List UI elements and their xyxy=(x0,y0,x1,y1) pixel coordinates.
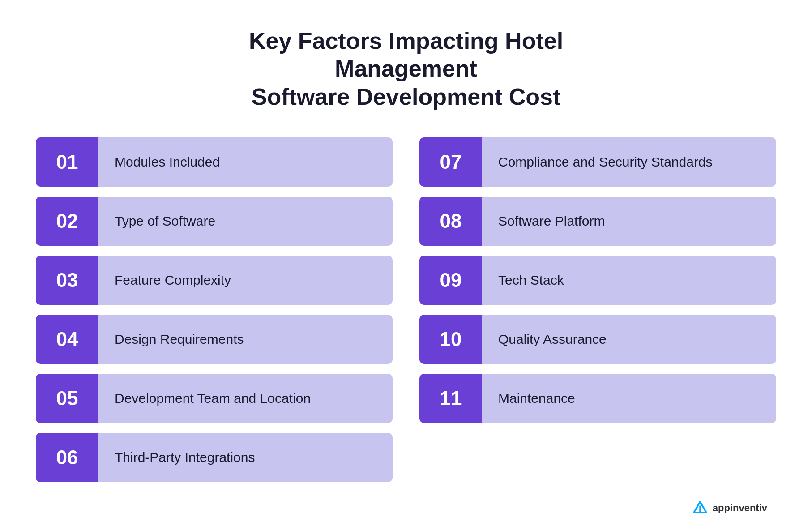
item-number: 09 xyxy=(419,256,482,305)
item-label: Compliance and Security Standards xyxy=(482,137,776,187)
page-title: Key Factors Impacting Hotel Management S… xyxy=(205,27,607,111)
list-item: 01Modules Included xyxy=(36,137,393,187)
item-number: 07 xyxy=(419,137,482,187)
item-label: Feature Complexity xyxy=(98,256,393,305)
item-number: 02 xyxy=(36,197,98,246)
item-label: Type of Software xyxy=(98,197,393,246)
item-number: 01 xyxy=(36,137,98,187)
list-item: 05Development Team and Location xyxy=(36,374,393,423)
list-item: 10Quality Assurance xyxy=(419,315,776,364)
item-label: Design Requirements xyxy=(98,315,393,364)
item-number: 11 xyxy=(419,374,482,423)
list-item: 07Compliance and Security Standards xyxy=(419,137,776,187)
item-number: 03 xyxy=(36,256,98,305)
item-number: 10 xyxy=(419,315,482,364)
logo-area: appinventiv xyxy=(692,500,767,513)
empty-cell xyxy=(419,433,776,482)
item-label: Software Platform xyxy=(482,197,776,246)
item-label: Development Team and Location xyxy=(98,374,393,423)
item-number: 04 xyxy=(36,315,98,364)
appinventiv-logo-icon xyxy=(692,500,708,513)
list-item: 08Software Platform xyxy=(419,197,776,246)
list-item: 02Type of Software xyxy=(36,197,393,246)
item-label: Tech Stack xyxy=(482,256,776,305)
item-label: Maintenance xyxy=(482,374,776,423)
item-label: Quality Assurance xyxy=(482,315,776,364)
item-label: Third-Party Integrations xyxy=(98,433,393,482)
list-item: 03Feature Complexity xyxy=(36,256,393,305)
list-item: 11Maintenance xyxy=(419,374,776,423)
item-number: 08 xyxy=(419,197,482,246)
factors-grid: 01Modules Included07Compliance and Secur… xyxy=(36,137,776,482)
item-number: 05 xyxy=(36,374,98,423)
list-item: 06Third-Party Integrations xyxy=(36,433,393,482)
item-number: 06 xyxy=(36,433,98,482)
list-item: 04Design Requirements xyxy=(36,315,393,364)
logo-text: appinventiv xyxy=(713,502,767,513)
list-item: 09Tech Stack xyxy=(419,256,776,305)
item-label: Modules Included xyxy=(98,137,393,187)
